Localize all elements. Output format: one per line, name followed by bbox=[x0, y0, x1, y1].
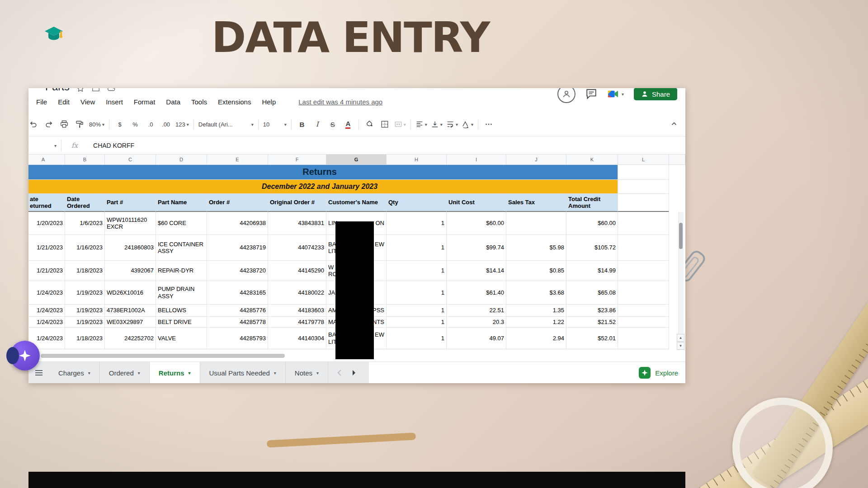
italic-button[interactable]: I bbox=[310, 118, 325, 131]
cell-date-ordered[interactable]: 1/19/2023 bbox=[65, 317, 105, 328]
borders-icon[interactable] bbox=[377, 118, 392, 131]
cell-part-number[interactable]: WE03X29897 bbox=[105, 317, 156, 328]
cell-date-returned[interactable]: 1/21/2023 bbox=[28, 235, 65, 261]
cell-sales-tax[interactable]: 1.35 bbox=[506, 305, 566, 317]
cell-part-name[interactable]: REPAIR-DYR bbox=[156, 261, 207, 281]
header-cell[interactable]: Customer's Name bbox=[326, 194, 387, 212]
cell-order-number[interactable]: 44285793 bbox=[207, 328, 268, 349]
cell-original-order-number[interactable]: 43843831 bbox=[268, 212, 326, 235]
cell-date-returned[interactable]: 1/21/2023 bbox=[28, 261, 65, 281]
cell-part-name[interactable]: ICE CONTAINER ASSY bbox=[156, 235, 207, 261]
cell-original-order-number[interactable]: 44180022 bbox=[268, 281, 326, 305]
cell-date-returned[interactable]: 1/24/2023 bbox=[28, 305, 65, 317]
print-icon[interactable] bbox=[57, 118, 72, 131]
tab-usual-parts-needed[interactable]: Usual Parts Needed▾ bbox=[200, 362, 286, 383]
column-header-f[interactable]: F bbox=[268, 154, 326, 165]
currency-format-button[interactable]: $ bbox=[112, 118, 127, 131]
cell-part-number[interactable]: 241860803 bbox=[105, 235, 156, 261]
cell-empty[interactable] bbox=[618, 194, 669, 212]
cell-part-name[interactable]: $60 CORE bbox=[156, 212, 207, 235]
horizontal-align-icon[interactable]: ▾ bbox=[414, 118, 429, 131]
tabs-scroll-left-icon[interactable] bbox=[336, 369, 343, 376]
cell-date-ordered[interactable]: 1/18/2023 bbox=[65, 261, 105, 281]
menu-format[interactable]: Format bbox=[134, 98, 156, 106]
tab-returns[interactable]: Returns▾ bbox=[150, 362, 200, 383]
header-cell[interactable]: Qty bbox=[387, 194, 447, 212]
strikethrough-button[interactable]: S bbox=[325, 118, 340, 131]
header-cell[interactable]: Part Name bbox=[156, 194, 207, 212]
cell-unit-cost[interactable]: 49.07 bbox=[447, 328, 506, 349]
tabs-scroll-right-icon[interactable] bbox=[351, 369, 357, 376]
activity-history-icon[interactable] bbox=[557, 88, 576, 103]
comment-icon[interactable] bbox=[585, 88, 597, 100]
cell-sales-tax[interactable]: $0.85 bbox=[506, 261, 566, 281]
cell-order-number[interactable]: 44285778 bbox=[207, 317, 268, 328]
cell-part-number[interactable]: 4738ER1002A bbox=[105, 305, 156, 317]
menu-view[interactable]: View bbox=[80, 98, 95, 106]
cell-original-order-number[interactable]: 44074233 bbox=[268, 235, 326, 261]
redo-icon[interactable] bbox=[41, 118, 57, 131]
cell-unit-cost[interactable]: $60.00 bbox=[447, 212, 506, 235]
column-header-j[interactable]: J bbox=[506, 154, 566, 165]
cell-sales-tax[interactable]: 1.22 bbox=[506, 317, 566, 328]
cell-qty[interactable]: 1 bbox=[387, 328, 447, 349]
cell-total-credit[interactable]: $60.00 bbox=[566, 212, 618, 235]
column-header-d[interactable]: D bbox=[156, 154, 207, 165]
cell-empty[interactable] bbox=[618, 281, 669, 305]
vertical-align-icon[interactable]: ▾ bbox=[429, 118, 444, 131]
cell-total-credit[interactable]: $105.72 bbox=[566, 235, 618, 261]
meet-button[interactable]: ▾ bbox=[607, 89, 624, 99]
decrease-decimals-button[interactable]: .0 bbox=[143, 118, 158, 131]
cell-date-returned[interactable]: 1/20/2023 bbox=[28, 212, 65, 235]
merge-cells-icon[interactable]: ▾ bbox=[392, 118, 408, 131]
paint-format-icon[interactable] bbox=[72, 118, 87, 131]
cell-empty[interactable] bbox=[618, 328, 669, 349]
cell-unit-cost[interactable]: $14.14 bbox=[447, 261, 506, 281]
zoom-select[interactable]: 80%▾ bbox=[87, 118, 106, 131]
star-icon[interactable] bbox=[76, 88, 85, 93]
share-button[interactable]: Share bbox=[634, 88, 677, 100]
column-header-a[interactable]: A bbox=[28, 154, 65, 165]
tab-notes[interactable]: Notes▾ bbox=[286, 362, 328, 383]
header-cell[interactable]: Unit Cost bbox=[447, 194, 506, 212]
column-header-c[interactable]: C bbox=[105, 154, 156, 165]
menu-insert[interactable]: Insert bbox=[106, 98, 123, 106]
vertical-scrollbar[interactable] bbox=[678, 212, 684, 350]
cell-sales-tax[interactable]: $5.98 bbox=[506, 235, 566, 261]
cell-unit-cost[interactable]: 22.51 bbox=[447, 305, 506, 317]
cell-part-number[interactable]: WD26X10016 bbox=[105, 281, 156, 305]
name-box[interactable]: ▾ bbox=[28, 143, 61, 148]
cell-qty[interactable]: 1 bbox=[387, 317, 447, 328]
cell-sales-tax[interactable]: 2.94 bbox=[506, 328, 566, 349]
formula-input[interactable]: CHAD KORFF bbox=[93, 142, 134, 149]
cell-unit-cost[interactable]: $99.74 bbox=[447, 235, 506, 261]
cell-qty[interactable]: 1 bbox=[387, 261, 447, 281]
explore-button[interactable]: Explore bbox=[639, 362, 678, 383]
cell-date-ordered[interactable]: 1/16/2023 bbox=[65, 235, 105, 261]
cell-empty[interactable] bbox=[618, 317, 669, 328]
text-rotation-icon[interactable]: ▾ bbox=[460, 118, 475, 131]
cell-empty[interactable] bbox=[618, 180, 669, 194]
percent-format-button[interactable]: % bbox=[127, 118, 143, 131]
header-cell[interactable]: ate eturned bbox=[28, 194, 65, 212]
cell-sales-tax[interactable]: $3.68 bbox=[506, 281, 566, 305]
header-cell[interactable]: Part # bbox=[105, 194, 156, 212]
tab-ordered[interactable]: Ordered▾ bbox=[100, 362, 150, 383]
cell-empty[interactable] bbox=[618, 305, 669, 317]
vertical-scrollbar-thumb[interactable] bbox=[679, 223, 683, 249]
text-wrap-icon[interactable]: ▾ bbox=[444, 118, 460, 131]
column-header-g[interactable]: G bbox=[326, 154, 387, 165]
cell-part-number[interactable]: WPW10111620 EXCR bbox=[105, 212, 156, 235]
cell-empty[interactable] bbox=[618, 165, 669, 180]
cell-total-credit[interactable]: $65.08 bbox=[566, 281, 618, 305]
cell-original-order-number[interactable]: 44179778 bbox=[268, 317, 326, 328]
cell-empty[interactable] bbox=[618, 261, 669, 281]
cell-empty[interactable] bbox=[618, 212, 669, 235]
cell-part-name[interactable]: BELLOWS bbox=[156, 305, 207, 317]
tab-charges[interactable]: Charges▾ bbox=[49, 362, 100, 383]
cell-original-order-number[interactable]: 44183603 bbox=[268, 305, 326, 317]
column-header-l[interactable]: L bbox=[618, 154, 669, 165]
cell-total-credit[interactable]: $14.99 bbox=[566, 261, 618, 281]
cell-original-order-number[interactable]: 44140304 bbox=[268, 328, 326, 349]
cell-total-credit[interactable]: $23.86 bbox=[566, 305, 618, 317]
